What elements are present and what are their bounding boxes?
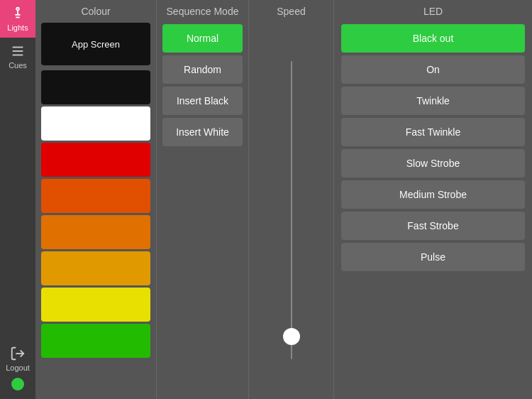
led-btn-on[interactable]: On bbox=[341, 55, 525, 84]
sequence-btn-random[interactable]: Random bbox=[162, 55, 243, 84]
led-btn-pulse[interactable]: Pulse bbox=[341, 243, 525, 271]
sequence-btn-insert-black[interactable]: Insert Black bbox=[162, 87, 243, 115]
led-btn-black-out[interactable]: Black out bbox=[341, 24, 525, 53]
main-content: Colour App Screen Sequence Mode NormalRa… bbox=[35, 0, 532, 399]
led-btn-slow-strobe[interactable]: Slow Strobe bbox=[341, 149, 525, 177]
content-area: Colour App Screen Sequence Mode NormalRa… bbox=[35, 0, 532, 399]
speed-panel: Speed bbox=[248, 0, 333, 399]
sidebar-item-cues[interactable]: Cues bbox=[0, 38, 35, 75]
sidebar-item-lights[interactable]: Lights bbox=[0, 0, 35, 38]
sidebar-item-logout[interactable]: Logout bbox=[0, 340, 35, 378]
colour-swatch-6[interactable] bbox=[41, 288, 150, 322]
sidebar: Lights Cues Logout bbox=[0, 0, 35, 399]
colour-swatch-3[interactable] bbox=[41, 179, 150, 213]
colour-swatch-4[interactable] bbox=[41, 215, 150, 249]
colour-swatch-5[interactable] bbox=[41, 251, 150, 285]
app-screen-button[interactable]: App Screen bbox=[41, 23, 150, 65]
colour-swatch-1[interactable] bbox=[41, 106, 150, 141]
colour-swatch-2[interactable] bbox=[41, 143, 150, 177]
sequence-buttons: NormalRandomInsert BlackInsert White bbox=[157, 21, 248, 149]
cues-label: Cues bbox=[9, 61, 27, 70]
led-btn-fast-strobe[interactable]: Fast Strobe bbox=[341, 212, 525, 240]
speed-thumb[interactable] bbox=[283, 328, 300, 345]
colour-header: Colour bbox=[35, 0, 156, 20]
colour-swatch-0[interactable] bbox=[41, 70, 150, 104]
logout-label: Logout bbox=[6, 364, 30, 372]
svg-point-0 bbox=[16, 8, 19, 11]
sequence-panel: Sequence Mode NormalRandomInsert BlackIn… bbox=[156, 0, 248, 399]
colour-swatch-7[interactable] bbox=[41, 324, 150, 358]
swatches-container bbox=[35, 68, 156, 360]
led-panel: LED Black outOnTwinkleFast TwinkleSlow S… bbox=[333, 0, 532, 399]
lights-label: Lights bbox=[7, 23, 28, 32]
speed-track[interactable] bbox=[291, 61, 292, 359]
status-indicator bbox=[11, 378, 24, 390]
led-btn-twinkle[interactable]: Twinkle bbox=[341, 87, 525, 115]
led-buttons: Black outOnTwinkleFast TwinkleSlow Strob… bbox=[334, 21, 532, 274]
led-btn-medium-strobe[interactable]: Medium Strobe bbox=[341, 180, 525, 209]
sequence-header: Sequence Mode bbox=[157, 0, 248, 21]
speed-header: Speed bbox=[249, 0, 333, 21]
colour-panel: Colour App Screen bbox=[35, 0, 156, 399]
led-header: LED bbox=[334, 0, 532, 21]
app-screen-label: App Screen bbox=[72, 39, 120, 50]
led-btn-fast-twinkle[interactable]: Fast Twinkle bbox=[341, 118, 525, 146]
sequence-btn-normal[interactable]: Normal bbox=[162, 24, 243, 53]
sequence-btn-insert-white[interactable]: Insert White bbox=[162, 118, 243, 146]
speed-slider-container bbox=[249, 21, 333, 399]
